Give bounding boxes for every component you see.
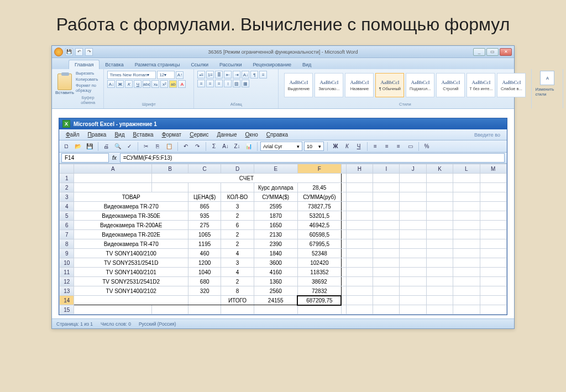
select-all-corner[interactable] (60, 164, 74, 174)
cell[interactable]: 6 (221, 221, 254, 230)
cell[interactable] (400, 211, 426, 221)
cut-button[interactable]: Вырезать (76, 71, 100, 76)
cell[interactable]: 1040 (188, 268, 221, 277)
cell[interactable] (341, 286, 346, 296)
cell[interactable] (480, 277, 506, 286)
tab-mailings[interactable]: Рассылки (214, 60, 247, 69)
cell[interactable]: 1065 (188, 230, 221, 239)
cell[interactable] (480, 305, 506, 315)
cell[interactable]: 1650 (254, 221, 297, 230)
row-header[interactable]: 11 (60, 268, 74, 277)
cell[interactable] (400, 221, 426, 230)
cell[interactable]: 2 (221, 239, 254, 249)
cell[interactable] (373, 239, 400, 249)
save-icon[interactable]: 💾 (85, 142, 95, 151)
subscript-button[interactable]: x₂ (151, 80, 159, 88)
cell[interactable] (341, 249, 346, 258)
highlight-button[interactable]: ab (169, 80, 177, 88)
cell[interactable]: 67995,5 (297, 239, 341, 249)
excel-menu-вставка[interactable]: Вставка (129, 130, 156, 139)
cell[interactable]: ТОВАР (74, 192, 188, 202)
cell[interactable]: 1200 (188, 258, 221, 268)
tb-align-center-icon[interactable]: ≡ (382, 142, 392, 151)
cell[interactable] (400, 258, 426, 268)
cell[interactable] (426, 239, 453, 249)
cell[interactable] (426, 192, 453, 202)
cell[interactable] (346, 174, 373, 183)
line-spacing-button[interactable]: ↕ (224, 80, 232, 87)
cell[interactable]: 3600 (254, 258, 297, 268)
maximize-button[interactable]: ▭ (486, 48, 499, 56)
cell[interactable] (453, 249, 480, 258)
autosum-icon[interactable]: Σ (209, 142, 219, 151)
cell[interactable]: 4 (221, 268, 254, 277)
cell[interactable]: 52348 (297, 249, 341, 258)
cell[interactable] (74, 296, 188, 305)
multilevel-button[interactable]: ≣ (215, 71, 223, 79)
col-header[interactable]: D (221, 164, 254, 174)
cell[interactable]: 8 (221, 286, 254, 296)
row-header[interactable]: 8 (60, 239, 74, 249)
cell[interactable]: КОЛ-ВО (221, 192, 254, 202)
font-name-select[interactable]: Times New Roman ▾ (107, 71, 156, 79)
cell[interactable] (373, 192, 400, 202)
cell[interactable] (480, 202, 506, 211)
tb-align-left-icon[interactable]: ≡ (370, 142, 380, 151)
cell[interactable] (346, 221, 373, 230)
cell[interactable]: Видеокамера TR-270 (74, 202, 188, 211)
cell[interactable]: Видеокамера TR-470 (74, 239, 188, 249)
cell[interactable] (74, 174, 152, 183)
cell[interactable]: Видеокамера TR-200AE (74, 221, 188, 230)
cell[interactable]: 1360 (254, 277, 297, 286)
excel-menu-окно[interactable]: Окно (242, 130, 261, 139)
cell[interactable] (341, 268, 346, 277)
cell[interactable]: 935 (188, 211, 221, 221)
style-tile[interactable]: AaBbCcIЗаголово... (315, 73, 343, 97)
cell[interactable]: 2 (221, 211, 254, 221)
cell[interactable] (453, 174, 480, 183)
cell[interactable] (373, 277, 400, 286)
cell[interactable]: 4160 (254, 268, 297, 277)
fx-icon[interactable]: fx (112, 155, 117, 161)
cell[interactable]: Видеокамера TR-350E (74, 211, 188, 221)
cell[interactable]: 2390 (254, 239, 297, 249)
cell[interactable] (480, 296, 506, 305)
row-header[interactable]: 12 (60, 277, 74, 286)
excel-menu-формат[interactable]: Формат (159, 130, 185, 139)
cell[interactable] (373, 249, 400, 258)
cell[interactable] (400, 202, 426, 211)
cell[interactable] (426, 258, 453, 268)
cell[interactable] (346, 192, 373, 202)
qat-save-icon[interactable]: 💾 (65, 48, 73, 56)
cell[interactable] (346, 230, 373, 239)
col-header[interactable]: C (188, 164, 221, 174)
row-header[interactable]: 3 (60, 192, 74, 202)
cell[interactable] (426, 277, 453, 286)
new-doc-icon[interactable]: 🗋 (61, 142, 71, 151)
cell[interactable] (346, 239, 373, 249)
cell[interactable] (400, 192, 426, 202)
cell[interactable] (426, 296, 453, 305)
excel-menu-вид[interactable]: Вид (111, 130, 128, 139)
cell[interactable] (400, 286, 426, 296)
bullets-button[interactable]: •≡ (197, 71, 205, 79)
cell[interactable]: 275 (188, 221, 221, 230)
bold-button[interactable]: Ж (116, 80, 124, 88)
undo-icon[interactable]: ↶ (181, 142, 191, 151)
row-header[interactable]: 9 (60, 249, 74, 258)
toolbar-font-select[interactable]: Arial Cyr▾ (260, 142, 302, 151)
cell[interactable] (341, 230, 346, 239)
tab-insert[interactable]: Вставка (99, 60, 129, 69)
underline-button[interactable]: Ч (134, 80, 142, 88)
close-button[interactable]: ✕ (500, 48, 512, 56)
style-tile[interactable]: AaBbCcIСлабое в... (497, 73, 526, 97)
cell[interactable] (480, 249, 506, 258)
excel-menu-файл[interactable]: Файл (62, 130, 83, 139)
tb-italic-button[interactable]: К (342, 142, 352, 151)
col-header[interactable]: E (254, 164, 297, 174)
col-header[interactable]: K (426, 164, 453, 174)
cell[interactable] (341, 239, 346, 249)
cell[interactable]: 4 (221, 249, 254, 258)
cell[interactable]: 320 (188, 286, 221, 296)
cell[interactable]: 1840 (254, 249, 297, 258)
